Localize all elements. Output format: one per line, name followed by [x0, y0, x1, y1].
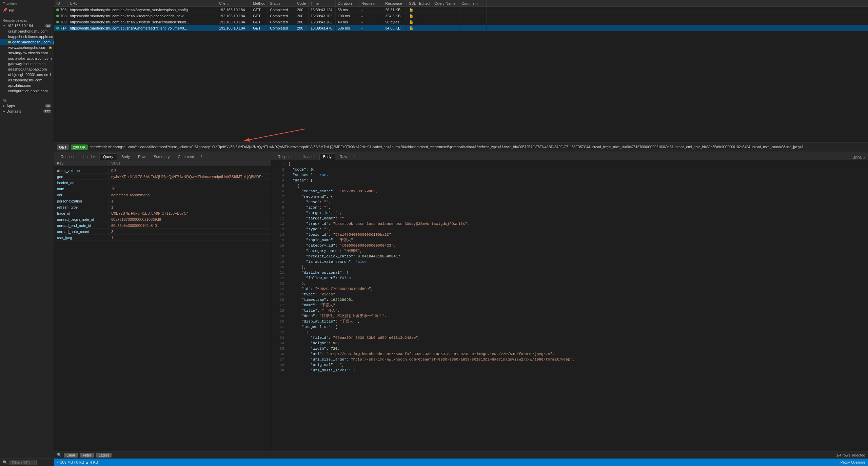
tab-summary[interactable]: Summary	[150, 153, 173, 160]
cell-queryname	[432, 19, 459, 25]
json-line: 39 "url_multi_level": {	[271, 368, 868, 373]
pin-item[interactable]: 📌 Pin	[0, 6, 54, 14]
sidebar-item-crash[interactable]: crash.xiaohongshu.com	[0, 28, 54, 34]
tab-request[interactable]: Request	[57, 153, 78, 160]
cell-id: 709	[54, 19, 68, 25]
col-header-url: URL	[68, 0, 217, 6]
kv-row: unread_end_note_id60b35a9e0000000102b840	[54, 222, 271, 229]
tab-header[interactable]: Header	[79, 153, 99, 160]
json-line: 26 "timestamp": 1622280951,	[271, 297, 868, 303]
line-content: "url": "http://sns-img-hw.xhscdn.com/65e…	[288, 351, 867, 357]
gateway-label: gateway.icloud.com.cn	[8, 62, 45, 66]
cell-status: Completed	[268, 19, 295, 25]
edith-label: edith.xiaohongshu.com	[12, 40, 51, 44]
line-number: 34	[274, 341, 284, 346]
sidebar-item-adash[interactable]: adashbc.ut.taobao.com	[0, 66, 54, 72]
sidebar-item-gateway[interactable]: gateway.icloud.com.cn	[0, 61, 54, 66]
line-number: 39	[274, 368, 284, 373]
apps-arrow-icon: ▶	[3, 104, 5, 108]
sidebar-item-ct-bjs[interactable]: ct-bjs-sgh-00001.oos-cn-1...	[0, 72, 54, 77]
kv-table: client_volume0.5geoeyJsYXRpdHVkZSI6MzEuM…	[54, 166, 271, 466]
device-ip-label: 192.168.10.184	[7, 24, 33, 28]
latest-button[interactable]: Latest	[96, 453, 112, 458]
cell-status: Completed	[268, 13, 295, 19]
clear-button[interactable]: Clear	[64, 453, 78, 458]
cell-id: 708	[54, 7, 68, 13]
adash-label: adashbc.ut.taobao.com	[8, 67, 47, 71]
col-header-method: Method	[251, 0, 268, 6]
kv-key: geo	[54, 175, 108, 179]
json-line: 5 {	[271, 183, 868, 189]
table-body: 708 https://edith.xiaohongshu.com/api/sn…	[54, 7, 868, 142]
cell-duration: 48 ms	[336, 19, 359, 25]
response-tabs: Response Header Body Raw + JSON >	[271, 152, 868, 160]
table-row-selected[interactable]: 714 https://edith.xiaohongshu.com/api/sn…	[54, 25, 868, 31]
json-line: 23 },	[271, 281, 868, 286]
tab-resp-header[interactable]: Header	[299, 153, 319, 160]
cell-client: 192.168.10.184	[217, 7, 251, 13]
sidebar-item-domains[interactable]: ▶ Domains 177	[0, 109, 54, 114]
tab-body[interactable]: Body	[118, 153, 134, 160]
cell-request: -	[359, 25, 383, 31]
sidebar-item-as[interactable]: as.xiaohongshu.com	[0, 77, 54, 83]
status-dot	[56, 15, 59, 17]
sidebar-item-config-apple[interactable]: configuration.apple.com	[0, 88, 54, 94]
line-number: 20	[274, 265, 284, 270]
tab-query[interactable]: Query	[99, 153, 117, 160]
cell-request: -	[359, 13, 383, 19]
cell-request: -	[359, 7, 383, 13]
request-url: https://edith.xiaohongshu.com/api/sns/v6…	[90, 145, 865, 149]
table-row[interactable]: 709 https://edith.xiaohongshu.com/api/sn…	[54, 19, 868, 25]
kv-key: use_jpeg	[54, 236, 108, 240]
cell-url: https://edith.xiaohongshu.com/api/sns/v1…	[68, 19, 217, 25]
domains-label: Domains	[6, 109, 21, 113]
line-number: 22	[274, 275, 284, 281]
sidebar-item-device-main[interactable]: ▼ 192.168.10.184 12	[0, 23, 54, 28]
tab-comment[interactable]: Comment	[174, 153, 198, 160]
sidebar-item-api-zhihu[interactable]: api.zhihu.com	[0, 83, 54, 88]
json-line: 12 "track_id": "dssmtopk_dssm_loss_balan…	[271, 221, 868, 227]
line-content: "is_activate_search": false	[288, 259, 867, 265]
sidebar-item-sns-avatar[interactable]: sns-avatar-qc.xhscdn.com	[0, 56, 54, 61]
sidebar-item-www[interactable]: www.xiaohongshu.com 🔒	[0, 45, 54, 50]
line-content: "id": "60b20af700000000102d50e",	[288, 286, 867, 292]
filter-button[interactable]: Filter	[80, 453, 94, 458]
line-content: "target_name": "",	[288, 216, 867, 221]
search-input[interactable]	[9, 460, 37, 465]
add-resp-tab-button[interactable]: +	[352, 153, 358, 160]
kv-val: 0.5	[108, 169, 271, 173]
add-tab-button[interactable]: +	[198, 153, 205, 160]
tab-resp-body[interactable]: Body	[319, 153, 335, 160]
sidebar-item-inapp[interactable]: inappcheck.itunes.apple.co...	[0, 34, 54, 39]
kv-val: homefeed_recommend	[108, 193, 271, 197]
json-line: 3 "success": true,	[271, 172, 868, 178]
tab-raw[interactable]: Raw	[134, 153, 149, 160]
sidebar-item-sns-img[interactable]: sns-img-hw.xhscdn.com	[0, 50, 54, 56]
expand-arrow-icon: ▼	[3, 24, 6, 27]
table-row[interactable]: 708 https://edith.xiaohongshu.com/api/sn…	[54, 7, 868, 13]
kv-row: refresh_type1	[54, 204, 271, 210]
cell-ssl: 🔒	[407, 7, 417, 13]
bottom-panel: Request Header Query Body Raw Summary Co…	[54, 152, 868, 466]
kv-val: 60b35a9e0000000102b840	[108, 224, 271, 228]
line-number: 7	[274, 194, 284, 199]
kv-key: trace_id	[54, 211, 108, 215]
col-header-code: Code	[295, 0, 309, 6]
sidebar-item-edith[interactable]: edith.xiaohongshu.com 🔒	[0, 39, 54, 45]
table-row[interactable]: 708 https://edith.xiaohongshu.com/api/sn…	[54, 13, 868, 19]
domains-badge: 177	[43, 110, 51, 113]
sidebar-item-apps[interactable]: ▶ Apps 25	[0, 103, 54, 109]
sidebar: Favorites 📌 Pin Remote devices ▼ 192.168…	[0, 0, 54, 466]
json-line: 6 "cursor_score": "1622709583.9990",	[271, 189, 868, 194]
line-number: 10	[274, 210, 284, 216]
line-content: "category_name": "小圈域",	[288, 248, 867, 254]
tab-response[interactable]: Response	[274, 153, 298, 160]
tab-resp-raw[interactable]: Raw	[336, 153, 351, 160]
json-line: 38 "original": "",	[271, 362, 868, 368]
cell-ssl: 🔒	[407, 13, 417, 19]
kv-col-key-header: Key	[54, 161, 108, 165]
json-line: 33 "fileid": "65eaaf9f-8930-33b0-a859-e0…	[271, 335, 868, 341]
line-content: "dislike_optional": {	[288, 270, 867, 275]
cell-queryname	[432, 7, 459, 13]
cell-edited	[417, 19, 432, 25]
